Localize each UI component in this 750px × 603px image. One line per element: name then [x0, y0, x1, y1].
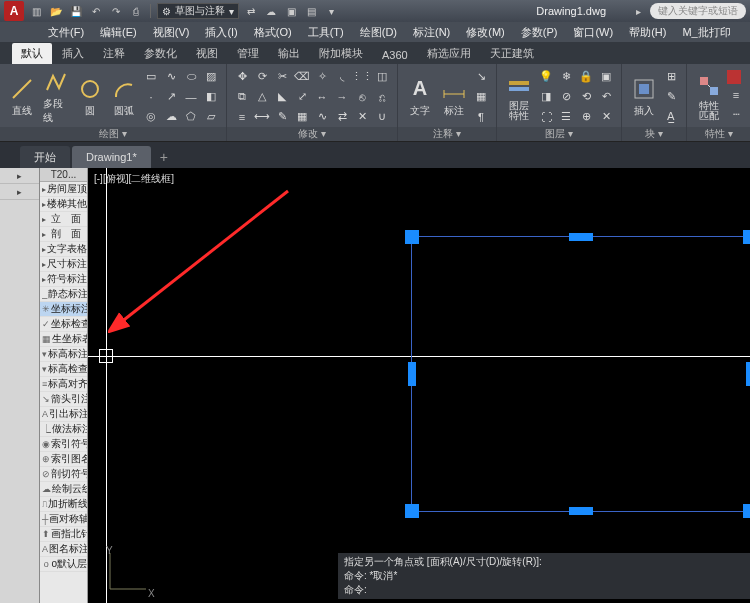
layer-off-icon[interactable]: ⊘ [557, 88, 575, 106]
menu-help[interactable]: 帮助(H) [621, 22, 674, 42]
ribbon-tab-annotate[interactable]: 注释 [94, 43, 134, 64]
wipeout-icon[interactable]: ▱ [202, 108, 220, 126]
rect-icon[interactable]: ▭ [142, 68, 160, 86]
workspace-dropdown[interactable]: ⚙ 草图与注释 ▾ [157, 3, 239, 19]
ribbon-tab-tangent[interactable]: 天正建筑 [481, 43, 543, 64]
qat-ext2-icon[interactable]: ▤ [303, 3, 319, 19]
layer-freeze-icon[interactable]: ❄ [557, 68, 575, 86]
palette-item[interactable]: ⎍加折断线 [40, 497, 87, 512]
grip-mid[interactable] [746, 362, 750, 386]
panel-title-block[interactable]: 块 ▾ [622, 127, 686, 141]
palette-item[interactable]: ▾标高检查 [40, 362, 87, 377]
ltype-icon[interactable]: ┄ [727, 106, 745, 124]
qat-dropdown-icon[interactable]: ▾ [323, 3, 339, 19]
xline-icon[interactable]: — [182, 88, 200, 106]
chamfer-icon[interactable]: ◣ [273, 88, 291, 106]
menu-tools[interactable]: 工具(T) [300, 22, 352, 42]
panel-title-layer[interactable]: 图层 ▾ [497, 127, 621, 141]
qat-print-icon[interactable]: ⎙ [128, 3, 144, 19]
menu-edit[interactable]: 编辑(E) [92, 22, 145, 42]
ribbon-tab-manage[interactable]: 管理 [228, 43, 268, 64]
qat-save-icon[interactable]: 💾 [68, 3, 84, 19]
arc-button[interactable]: 圆弧 [108, 74, 140, 120]
title-arrow-icon[interactable]: ▸ [630, 3, 646, 19]
overkill-icon[interactable]: ✕ [353, 108, 371, 126]
leftstrip-item[interactable]: ▸ [0, 168, 39, 184]
ray-icon[interactable]: ↗ [162, 88, 180, 106]
reverse-icon[interactable]: ⇄ [333, 108, 351, 126]
grip-corner[interactable] [405, 230, 419, 244]
hatch-icon[interactable]: ▨ [202, 68, 220, 86]
layer-merge-icon[interactable]: ⊕ [577, 108, 595, 126]
ribbon-tab-featured[interactable]: 精选应用 [418, 43, 480, 64]
dim-button[interactable]: 标注 [438, 74, 470, 120]
layer-color-icon[interactable]: ▣ [597, 68, 615, 86]
palette-item[interactable]: ▦生坐标表 [40, 332, 87, 347]
matchprops-button[interactable]: 特性 匹配 [693, 71, 725, 123]
ribbon-tab-addins[interactable]: 附加模块 [310, 43, 372, 64]
point-icon[interactable]: · [142, 88, 160, 106]
palette-item[interactable]: ▸立 面 [40, 212, 87, 227]
offset-icon[interactable]: ◫ [373, 68, 391, 86]
qat-undo-icon[interactable]: ↶ [88, 3, 104, 19]
grip-mid[interactable] [569, 233, 593, 241]
region-icon[interactable]: ◧ [202, 88, 220, 106]
drawing-canvas[interactable]: [-][俯视][二维线框] Y X 指定另一个角点或 [面积(A)/尺寸(D)/… [88, 168, 750, 603]
palette-item[interactable]: ≡标高对齐 [40, 377, 87, 392]
join-icon[interactable]: ⎌ [373, 88, 391, 106]
layer-match-icon[interactable]: ⟲ [577, 88, 595, 106]
attr-icon[interactable]: A̲ [662, 108, 680, 126]
layer-walk-icon[interactable]: ☰ [557, 108, 575, 126]
layer-state-icon[interactable]: ⛶ [537, 108, 555, 126]
palette-item[interactable]: ▸房间屋顶 [40, 182, 87, 197]
polyline-button[interactable]: 多段线 [40, 67, 72, 127]
edit-pline-icon[interactable]: ✎ [273, 108, 291, 126]
palette-item[interactable]: A图名标注 [40, 542, 87, 557]
layer-del-icon[interactable]: ✕ [597, 108, 615, 126]
insert-button[interactable]: 插入 [628, 74, 660, 120]
mtext-icon[interactable]: ¶ [472, 108, 490, 126]
lengthen-icon[interactable]: ⟷ [253, 108, 271, 126]
doc-tab-start[interactable]: 开始 [20, 146, 70, 168]
ribbon-tab-a360[interactable]: A360 [373, 46, 417, 64]
leftstrip-item[interactable]: ▸ [0, 184, 39, 200]
menu-batchprint[interactable]: M_批打印 [674, 22, 738, 42]
panel-title-modify[interactable]: 修改 ▾ [227, 127, 397, 141]
qat-new-icon[interactable]: ▥ [28, 3, 44, 19]
palette-item[interactable]: ▸符号标注 [40, 272, 87, 287]
extend-icon[interactable]: → [333, 88, 351, 106]
palette-item[interactable]: ✓坐标检查 [40, 317, 87, 332]
palette-item[interactable]: ▸剖 面 [40, 227, 87, 242]
qat-cloud-icon[interactable]: ☁ [263, 3, 279, 19]
palette-item[interactable]: ▾标高标注 [40, 347, 87, 362]
menu-format[interactable]: 格式(O) [246, 22, 300, 42]
leader-icon[interactable]: ↘ [472, 68, 490, 86]
app-logo[interactable]: A [4, 1, 24, 21]
panel-title-annot[interactable]: 注释 ▾ [398, 127, 496, 141]
donut-icon[interactable]: ◎ [142, 108, 160, 126]
doc-tab-drawing1[interactable]: Drawing1* [72, 146, 151, 168]
erase-icon[interactable]: ⌫ [293, 68, 311, 86]
palette-header[interactable]: T20... [40, 168, 87, 182]
ribbon-tab-default[interactable]: 默认 [12, 43, 52, 64]
palette-item[interactable]: ☁绘制云线 [40, 482, 87, 497]
palette-item[interactable]: ⊕索引图名 [40, 452, 87, 467]
qat-redo-icon[interactable]: ↷ [108, 3, 124, 19]
text-button[interactable]: A文字 [404, 74, 436, 120]
polygon-icon[interactable]: ⬠ [182, 108, 200, 126]
palette-item[interactable]: ⎿做法标注 [40, 422, 87, 437]
search-input[interactable]: 键入关键字或短语 [650, 3, 746, 19]
grip-mid[interactable] [569, 507, 593, 515]
palette-item[interactable]: ⊘剖切符号 [40, 467, 87, 482]
ribbon-tab-parametric[interactable]: 参数化 [135, 43, 186, 64]
layer-iso-icon[interactable]: ◨ [537, 88, 555, 106]
menu-param[interactable]: 参数(P) [513, 22, 566, 42]
array-icon[interactable]: ⋮⋮ [353, 68, 371, 86]
layer-prev-icon[interactable]: ↶ [597, 88, 615, 106]
palette-item[interactable]: oo默认层 [40, 557, 87, 572]
qat-ext1-icon[interactable]: ▣ [283, 3, 299, 19]
align-icon[interactable]: ≡ [233, 108, 251, 126]
qat-open-icon[interactable]: 📂 [48, 3, 64, 19]
menu-view[interactable]: 视图(V) [145, 22, 198, 42]
revcloud-icon[interactable]: ☁ [162, 108, 180, 126]
